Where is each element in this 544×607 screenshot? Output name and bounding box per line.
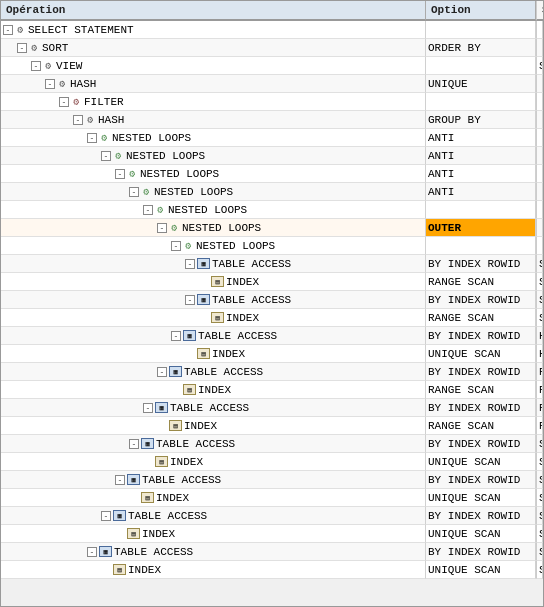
operation-cell: -▦TABLE ACCESS — [1, 471, 426, 489]
operation-cell: -▦TABLE ACCESS — [1, 435, 426, 453]
operation-label: INDEX — [142, 528, 175, 540]
option-cell: OUTER — [426, 219, 536, 237]
main-table: Opération Option S -⚙SELECT STATEMENT-⚙S… — [0, 0, 544, 607]
s-cell: ST — [536, 273, 543, 291]
option-cell: RANGE SCAN — [426, 309, 536, 327]
s-cell: SY — [536, 57, 543, 75]
operation-cell: -⚙NESTED LOOPS — [1, 165, 426, 183]
option-cell: UNIQUE SCAN — [426, 345, 536, 363]
operation-label: INDEX — [156, 492, 189, 504]
operation-cell: -⚙NESTED LOOPS — [1, 129, 426, 147]
s-cell — [536, 75, 543, 93]
option-cell: BY INDEX ROWID — [426, 543, 536, 561]
expand-button[interactable]: - — [3, 25, 13, 35]
option-cell: ANTI — [426, 183, 536, 201]
s-cell — [536, 39, 543, 57]
expand-button[interactable]: - — [73, 115, 83, 125]
operation-label: HASH — [70, 78, 96, 90]
operation-label: NESTED LOOPS — [182, 222, 261, 234]
option-cell: BY INDEX ROWID — [426, 255, 536, 273]
option-cell: BY INDEX ROWID — [426, 471, 536, 489]
s-cell — [536, 237, 543, 255]
option-cell: GROUP BY — [426, 111, 536, 129]
s-cell — [536, 147, 543, 165]
s-cell: RA — [536, 381, 543, 399]
index-icon: ▤ — [183, 384, 196, 395]
option-cell: UNIQUE — [426, 75, 536, 93]
option-cell: ANTI — [426, 165, 536, 183]
table-icon: ▦ — [197, 258, 210, 269]
operation-cell: -⚙FILTER — [1, 93, 426, 111]
expand-button[interactable]: - — [101, 511, 111, 521]
s-cell: ST — [536, 543, 543, 561]
operation-label: NESTED LOOPS — [168, 204, 247, 216]
expand-button[interactable]: - — [59, 97, 69, 107]
operation-label: TABLE ACCESS — [114, 546, 193, 558]
s-cell: ST — [536, 471, 543, 489]
option-cell — [426, 237, 536, 255]
option-cell — [426, 21, 536, 39]
loop-icon: ⚙ — [169, 222, 180, 233]
loop-icon: ⚙ — [99, 132, 110, 143]
option-cell: BY INDEX ROWID — [426, 291, 536, 309]
operation-cell: -⚙NESTED LOOPS — [1, 147, 426, 165]
option-cell: BY INDEX ROWID — [426, 435, 536, 453]
s-cell: ST — [536, 489, 543, 507]
operation-label: SELECT STATEMENT — [28, 24, 134, 36]
operation-cell: -▦TABLE ACCESS — [1, 291, 426, 309]
option-cell: BY INDEX ROWID — [426, 399, 536, 417]
operation-label: INDEX — [170, 456, 203, 468]
option-cell: UNIQUE SCAN — [426, 453, 536, 471]
operation-cell: ▤INDEX — [1, 309, 426, 327]
s-cell — [536, 111, 543, 129]
operation-cell: -⚙NESTED LOOPS — [1, 201, 426, 219]
gear-icon: ⚙ — [85, 114, 96, 125]
expand-button[interactable]: - — [171, 241, 181, 251]
expand-button[interactable]: - — [143, 403, 153, 413]
operation-label: NESTED LOOPS — [154, 186, 233, 198]
expand-button[interactable]: - — [129, 439, 139, 449]
s-cell: HE — [536, 327, 543, 345]
operation-label: TABLE ACCESS — [156, 438, 235, 450]
gear-icon: ⚙ — [29, 42, 40, 53]
operation-cell: -⚙SELECT STATEMENT — [1, 21, 426, 39]
table-icon: ▦ — [183, 330, 196, 341]
operation-label: NESTED LOOPS — [196, 240, 275, 252]
option-cell: ANTI — [426, 147, 536, 165]
operation-label: INDEX — [198, 384, 231, 396]
expand-button[interactable]: - — [157, 223, 167, 233]
table-icon: ▦ — [141, 438, 154, 449]
expand-button[interactable]: - — [115, 169, 125, 179]
option-cell: RANGE SCAN — [426, 381, 536, 399]
expand-button[interactable]: - — [171, 331, 181, 341]
s-cell: ST — [536, 291, 543, 309]
col-header-option: Option — [426, 1, 536, 21]
s-cell — [536, 93, 543, 111]
operation-label: NESTED LOOPS — [126, 150, 205, 162]
operation-label: TABLE ACCESS — [184, 366, 263, 378]
option-cell — [426, 57, 536, 75]
s-cell — [536, 219, 543, 237]
index-icon: ▤ — [211, 312, 224, 323]
expand-button[interactable]: - — [185, 259, 195, 269]
expand-button[interactable]: - — [87, 547, 97, 557]
operation-cell: -⚙HASH — [1, 111, 426, 129]
expand-button[interactable]: - — [31, 61, 41, 71]
table-icon: ▦ — [155, 402, 168, 413]
expand-button[interactable]: - — [101, 151, 111, 161]
operation-cell: -⚙SORT — [1, 39, 426, 57]
expand-button[interactable]: - — [87, 133, 97, 143]
expand-button[interactable]: - — [45, 79, 55, 89]
expand-button[interactable]: - — [115, 475, 125, 485]
expand-button[interactable]: - — [17, 43, 27, 53]
operation-cell: -⚙NESTED LOOPS — [1, 183, 426, 201]
expand-button[interactable]: - — [129, 187, 139, 197]
operation-label: NESTED LOOPS — [140, 168, 219, 180]
expand-button[interactable]: - — [157, 367, 167, 377]
operation-cell: -▦TABLE ACCESS — [1, 255, 426, 273]
operation-label: INDEX — [226, 276, 259, 288]
table-icon: ▦ — [169, 366, 182, 377]
expand-button[interactable]: - — [143, 205, 153, 215]
operation-cell: -▦TABLE ACCESS — [1, 327, 426, 345]
expand-button[interactable]: - — [185, 295, 195, 305]
